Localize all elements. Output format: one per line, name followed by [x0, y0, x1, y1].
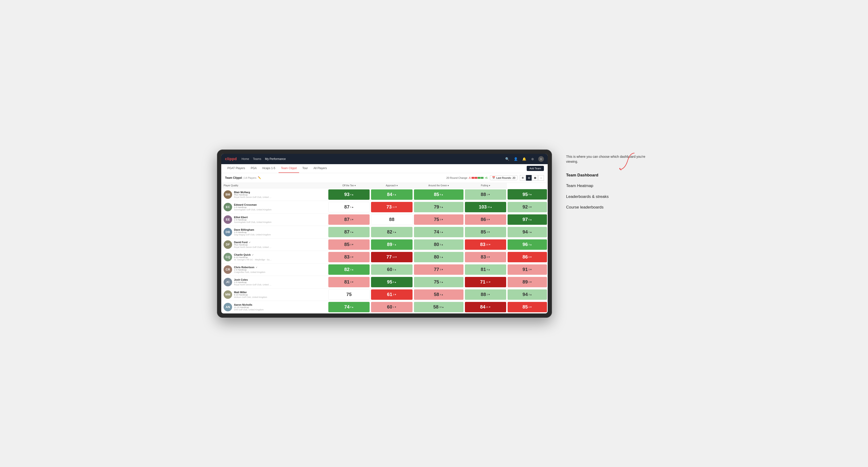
table-row[interactable]: CQCharlie Quick ✓6-10 HandicapSt. George…	[221, 251, 548, 263]
view-grid-button[interactable]: ⊞	[520, 175, 526, 181]
compass-icon[interactable]: ⊕	[530, 156, 535, 162]
player-name[interactable]: Josh Coles	[234, 278, 325, 281]
metric-score-value: 60	[387, 267, 392, 272]
top-nav: clippd Home Teams My Performance 🔍 👤 🔔 ⊕…	[221, 154, 548, 164]
avatar: DF	[224, 240, 232, 249]
table-row[interactable]: DFDavid Ford ✓Plus HandicapRoyal North D…	[221, 238, 548, 251]
down-arrow-icon	[352, 243, 354, 246]
subnav-team-clippd[interactable]: Team Clippd	[279, 164, 299, 173]
player-name[interactable]: Charlie Quick ✓	[234, 253, 325, 256]
player-name[interactable]: Dave Billingham	[234, 228, 325, 231]
player-handicap: 1-5 Handicap	[234, 219, 325, 221]
nav-links: Home Teams My Performance	[242, 157, 500, 161]
subnav-hcaps[interactable]: Hcaps 1-5	[260, 164, 278, 173]
metric-score-value: 81	[344, 279, 349, 285]
avatar: BM	[224, 190, 232, 199]
down-arrow-icon	[530, 281, 532, 283]
player-name[interactable]: Aaron Nicholls	[234, 303, 325, 306]
metric-score-value: 86	[522, 254, 528, 260]
down-arrow-icon	[489, 281, 491, 283]
metric-score-value: 84	[387, 192, 392, 197]
table-row[interactable]: DBDave Billingham1-5 HandicapGog Magog G…	[221, 226, 548, 238]
metric-change: 3	[440, 243, 443, 246]
metric-score-value: 75	[346, 292, 352, 297]
player-name[interactable]: David Ford ✓	[234, 241, 325, 244]
metric-score-value: 87	[344, 204, 349, 210]
metric-change: 4	[529, 306, 532, 308]
add-team-button[interactable]: Add Team	[527, 166, 544, 171]
down-arrow-icon	[530, 206, 532, 208]
table-row[interactable]: JCJosh Coles1-5 HandicapRoyal North Devo…	[221, 276, 548, 288]
metric-change: 4	[350, 231, 354, 233]
avatar-icon[interactable]: U	[538, 156, 544, 162]
player-handicap: Plus Handicap	[234, 194, 325, 196]
metric-player_quality: 748	[328, 302, 370, 312]
view-download-button[interactable]: ↓	[538, 175, 544, 181]
metric-change: 1	[350, 206, 354, 208]
menu-item[interactable]: Course leaderboards	[566, 202, 651, 213]
player-name[interactable]: Matt Miller	[234, 291, 325, 294]
player-name[interactable]: Edward Crossman	[234, 203, 325, 206]
menu-item[interactable]: Team Heatmap	[566, 181, 651, 191]
last-rounds-button[interactable]: 📅 Last Rounds: 20	[490, 175, 518, 180]
view-table-button[interactable]: ▤	[526, 175, 532, 181]
nav-my-performance[interactable]: My Performance	[265, 157, 286, 161]
avatar: CQ	[224, 253, 232, 261]
player-handicap: 1-5 Handicap	[234, 269, 325, 271]
player-cell: DFDavid Ford ✓Plus HandicapRoyal North D…	[221, 239, 328, 251]
metric-score-value: 79	[434, 204, 439, 210]
nav-home[interactable]: Home	[242, 157, 249, 161]
metric-score-value: 88	[481, 192, 486, 197]
metric-approach: 5810	[414, 302, 464, 312]
metric-approach: 799	[414, 202, 464, 212]
down-arrow-icon	[394, 293, 397, 296]
nav-teams[interactable]: Teams	[253, 157, 261, 161]
down-arrow-icon	[488, 218, 490, 221]
bell-icon[interactable]: 🔔	[521, 156, 527, 162]
metric-putting: 975	[507, 214, 547, 225]
player-name[interactable]: Elliot Ebert	[234, 216, 325, 219]
subnav-all-players[interactable]: All Players	[311, 164, 329, 173]
view-heatmap-button[interactable]: ▦	[532, 175, 538, 181]
user-icon[interactable]: 👤	[513, 156, 519, 162]
metric-approach: 803	[414, 239, 464, 250]
player-cell: DBDave Billingham1-5 HandicapGog Magog G…	[221, 226, 328, 238]
verified-icon: ✓	[251, 254, 254, 256]
metric-change: 14	[393, 256, 397, 258]
avatar: DB	[224, 228, 232, 236]
player-name[interactable]: Blair McHarg	[234, 191, 325, 194]
up-arrow-icon	[530, 293, 532, 296]
metric-off_tee: 846	[371, 189, 412, 200]
up-arrow-icon	[530, 231, 532, 233]
player-handicap: Plus Handicap	[234, 244, 325, 246]
metric-player_quality: 873	[328, 214, 370, 225]
table-row[interactable]: MMMatt Miller6-10 HandicapWoburn Golf Cl…	[221, 288, 548, 301]
subnav-tour[interactable]: Tour	[300, 164, 310, 173]
subnav-pgat[interactable]: PGAT Players	[225, 164, 247, 173]
subnav-pga[interactable]: PGA	[248, 164, 259, 173]
metric-approach: 801	[414, 252, 464, 262]
up-arrow-icon	[441, 293, 443, 296]
edit-icon[interactable]: ✏️	[258, 176, 261, 179]
metric-score-value: 82	[387, 229, 392, 235]
table-row[interactable]: CRChris Robertson ✓1-5 HandicapCraigmill…	[221, 263, 548, 276]
metric-score-value: 77	[386, 254, 392, 260]
menu-item[interactable]: Team Dashboard	[566, 170, 651, 181]
player-cell: ECEdward Crossman1-5 HandicapSunningdale…	[221, 201, 328, 213]
down-arrow-icon	[488, 231, 490, 233]
player-cell: ANAaron Nicholls11-15 HandicapDrift Golf…	[221, 301, 328, 313]
table-row[interactable]: ANAaron Nicholls11-15 HandicapDrift Golf…	[221, 301, 548, 313]
table-row[interactable]: ECEdward Crossman1-5 HandicapSunningdale…	[221, 201, 548, 213]
main-table: Player Quality Off the Tee ▾ Approach ▾ …	[221, 183, 548, 313]
metric-around_green: 853	[465, 227, 506, 237]
metric-player_quality: 823	[328, 264, 370, 275]
metric-approach: 584	[414, 289, 464, 300]
metric-change: 1	[529, 231, 532, 233]
table-row[interactable]: EEElliot Ebert1-5 HandicapSunningdale Go…	[221, 213, 548, 226]
table-row[interactable]: BMBlair McHargPlus HandicapRoyal North D…	[221, 188, 548, 201]
menu-item[interactable]: Leaderboards & streaks	[566, 191, 651, 202]
main-table-wrapper: Player Quality Off the Tee ▾ Approach ▾ …	[221, 183, 548, 313]
player-name[interactable]: Chris Robertson ✓	[234, 266, 325, 269]
up-arrow-icon	[530, 193, 532, 195]
search-icon[interactable]: 🔍	[504, 156, 510, 162]
